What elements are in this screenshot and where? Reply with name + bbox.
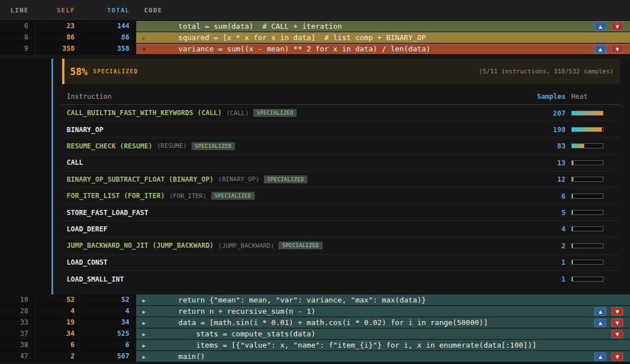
code-row[interactable]: 47 2 567 ▸ main() ▲ ▼ [0, 351, 630, 362]
heat-cell [566, 226, 620, 231]
heat-bar [571, 111, 603, 116]
instruction-name-text: JUMP_BACKWARD_NO_JIT (JUMP_BACKWARD) [67, 242, 214, 249]
collapse-arrow-icon[interactable]: ▾ [142, 46, 146, 52]
sample-count: 5 [511, 208, 566, 217]
column-header-code: CODE [136, 7, 630, 14]
base-opcode: (BINARY_OP) [218, 176, 259, 183]
gutter-spacer [131, 340, 136, 350]
jump-up-button[interactable]: ▲ [594, 307, 606, 315]
code-row[interactable]: 37 34 525 ▸ stats = compute_stats(data) … [0, 328, 630, 340]
self-samples: 6 [35, 340, 79, 350]
heat-bar-fill [572, 260, 573, 264]
code-cell[interactable]: ▸ stats = compute_stats(data) ▼ [136, 328, 630, 339]
instruction-table-header: Instruction Samples Heat [62, 88, 620, 105]
code-row[interactable]: 9 358 358 ▾ variance = sum((x - mean) **… [0, 43, 630, 55]
heat-bar-fill [572, 227, 573, 231]
gutter-spacer [131, 317, 136, 328]
jump-up-button[interactable]: ▲ [594, 318, 606, 327]
expand-arrow-icon[interactable]: ▸ [142, 297, 146, 303]
heat-bar [571, 143, 603, 148]
code-row[interactable]: 28 4 4 ▸ return n + recursive_sum(n - 1)… [0, 306, 630, 317]
summary-banner: 58% SPECIALIZED (5/11 instructions, 310/… [62, 59, 620, 84]
code-cell[interactable]: ▸ data = [math.sin(i * 0.01) + math.cos(… [136, 317, 630, 328]
self-samples: 34 [35, 328, 79, 339]
jump-up-button[interactable]: ▲ [594, 45, 606, 53]
instruction-row: JUMP_BACKWARD_NO_JIT (JUMP_BACKWARD) (JU… [62, 238, 620, 254]
column-header-samples: Samples [511, 93, 566, 100]
heat-bar-fill [572, 210, 573, 214]
expand-arrow-icon[interactable]: ▸ [142, 34, 146, 41]
column-header-self: SELF [35, 7, 79, 14]
expand-arrow-icon[interactable]: ▸ [142, 319, 146, 326]
total-samples: 567 [79, 351, 131, 362]
heat-bar [571, 277, 603, 282]
code-cell[interactable]: ▸ squared = [x * x for x in data] # list… [136, 32, 630, 43]
code-row[interactable]: 10 52 52 ▸ return {"mean": mean, "var": … [0, 295, 630, 306]
instruction-row: LOAD_DEREF 4 [62, 221, 620, 238]
row-actions: ▲ ▼ [594, 45, 623, 53]
code-cell[interactable]: ▸ main() ▲ ▼ [136, 351, 630, 362]
expand-arrow-icon[interactable]: ▸ [142, 342, 146, 348]
specialized-badge: SPECIALIZED [253, 109, 297, 117]
heat-bar-fill [572, 244, 573, 248]
instruction-name-text: FOR_ITER_LIST (FOR_ITER) [67, 192, 164, 200]
total-samples: 86 [79, 32, 131, 43]
jump-down-button[interactable]: ▼ [611, 307, 623, 315]
heat-bar-fill [572, 144, 584, 148]
total-samples: 6 [79, 340, 131, 350]
code-row[interactable]: 33 19 34 ▸ data = [math.sin(i * 0.01) + … [0, 317, 630, 328]
row-actions: ▲ ▼ [594, 318, 623, 327]
heat-bar [571, 260, 603, 265]
instruction-name: LOAD_SMALL_INT [62, 275, 511, 283]
jump-down-button[interactable]: ▼ [611, 330, 623, 338]
jump-down-button[interactable]: ▼ [611, 22, 623, 30]
code-row[interactable]: 8 86 86 ▸ squared = [x * x for x in data… [0, 32, 630, 43]
heat-bar-fill [572, 194, 573, 198]
row-actions: ▲ ▼ [594, 307, 623, 315]
jump-down-button[interactable]: ▼ [611, 318, 623, 327]
jump-down-button[interactable]: ▼ [611, 45, 623, 53]
code-row[interactable]: 6 23 144 ▸ total = sum(data) # CALL + it… [0, 21, 630, 32]
instruction-name: LOAD_DEREF [62, 225, 511, 233]
line-number: 28 [0, 306, 35, 317]
self-samples: 19 [35, 317, 79, 328]
heat-cell [566, 177, 620, 182]
sample-count: 1 [511, 258, 566, 266]
sample-count: 207 [511, 109, 566, 117]
jump-up-button[interactable]: ▲ [594, 352, 606, 361]
expand-arrow-icon[interactable]: ▸ [142, 23, 146, 29]
expand-arrow-icon[interactable]: ▸ [142, 353, 146, 359]
heat-cell [566, 143, 620, 148]
jump-down-button[interactable]: ▼ [611, 352, 623, 361]
code-text: return n + recursive_sum(n - 1) [136, 307, 315, 315]
heat-cell [566, 243, 620, 248]
jump-up-button[interactable]: ▲ [594, 22, 606, 30]
line-number: 37 [0, 328, 35, 339]
sample-count: 1 [511, 275, 566, 283]
code-cell[interactable]: ▸ return {"mean": mean, "var": variance,… [136, 295, 630, 305]
instruction-name: FOR_ITER_LIST (FOR_ITER) (FOR_ITER) SPEC… [62, 192, 511, 200]
instruction-row: FOR_ITER_LIST (FOR_ITER) (FOR_ITER) SPEC… [62, 188, 620, 204]
code-text: items = [{"value": x, "name": f"item_{i}… [136, 341, 537, 349]
total-samples: 34 [79, 317, 131, 328]
code-row[interactable]: 38 6 6 ▸ items = [{"value": x, "name": f… [0, 340, 630, 351]
line-number: 6 [0, 21, 35, 32]
heat-bar [571, 194, 603, 199]
instruction-name: JUMP_BACKWARD_NO_JIT (JUMP_BACKWARD) (JU… [62, 242, 511, 249]
panel-body: 58% SPECIALIZED (5/11 instructions, 310/… [62, 59, 620, 287]
instruction-name-text: BINARY_OP [67, 126, 103, 134]
heat-bar-fill [572, 128, 602, 131]
code-cell[interactable]: ▸ total = sum(data) # CALL + iteration ▲… [136, 21, 630, 32]
instruction-row: BINARY_OP_SUBTRACT_FLOAT (BINARY_OP) (BI… [62, 172, 620, 188]
code-text: stats = compute_stats(data) [136, 330, 315, 338]
code-cell[interactable]: ▸ return n + recursive_sum(n - 1) ▲ ▼ [136, 306, 630, 317]
column-header-total: TOTAL [79, 7, 131, 14]
code-cell[interactable]: ▸ items = [{"value": x, "name": f"item_{… [136, 340, 630, 350]
instruction-name: BINARY_OP [62, 126, 511, 134]
code-cell[interactable]: ▾ variance = sum((x - mean) ** 2 for x i… [136, 43, 630, 54]
instruction-table-body: CALL_BUILTIN_FAST_WITH_KEYWORDS (CALL) (… [62, 105, 620, 287]
expand-arrow-icon[interactable]: ▸ [142, 308, 146, 314]
line-number: 8 [0, 32, 35, 43]
expand-arrow-icon[interactable]: ▸ [142, 331, 146, 337]
column-header-heat: Heat [566, 93, 620, 100]
